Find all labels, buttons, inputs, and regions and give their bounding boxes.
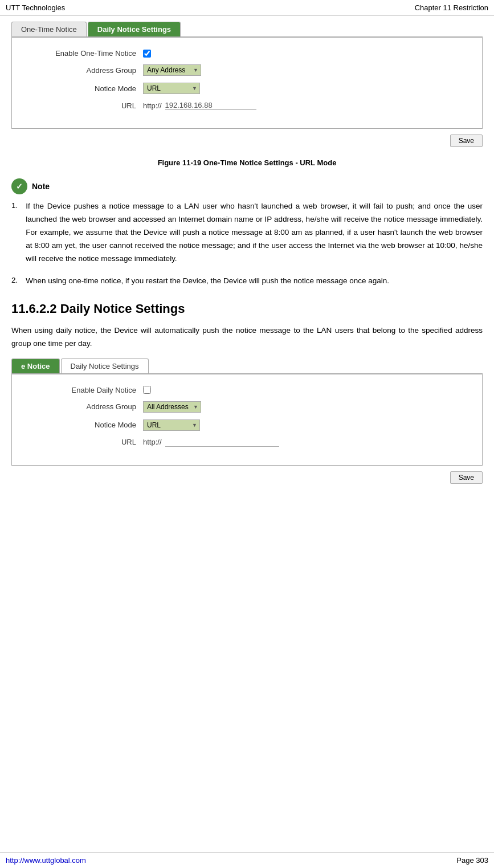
note-item-1-text: If the Device pushes a notice message to… xyxy=(26,200,483,266)
url-input-2[interactable] xyxy=(165,438,279,447)
address-group-select-wrapper-1[interactable]: Any Address All Addresses xyxy=(143,64,201,76)
url-row-1: URL http:// xyxy=(29,101,465,110)
tab2-daily-notice-settings[interactable]: Daily Notice Settings xyxy=(61,358,149,373)
notice-mode-control-1: URL HTML xyxy=(143,83,200,94)
enable-daily-checkbox[interactable] xyxy=(143,386,151,394)
footer-url[interactable]: http://www.uttglobal.com xyxy=(6,856,86,865)
url-control-1: http:// xyxy=(143,101,256,110)
enable-daily-row: Enable Daily Notice xyxy=(29,386,465,394)
address-group-row-2: Address Group Any Address All Addresses xyxy=(29,401,465,413)
save-btn-row-2: Save xyxy=(11,471,483,484)
url-prefix-1: http:// xyxy=(143,101,162,110)
url-label-2: URL xyxy=(29,438,143,446)
save-button-2[interactable]: Save xyxy=(450,471,483,484)
url-prefix-2: http:// xyxy=(143,438,162,446)
form-panel-2: Enable Daily Notice Address Group Any Ad… xyxy=(11,374,483,466)
enable-one-time-row: Enable One-Time Notice xyxy=(29,49,465,58)
address-group-control-2: Any Address All Addresses xyxy=(143,401,201,413)
tab2-one-time-notice[interactable]: e Notice xyxy=(11,358,60,373)
note-item-2: 2. When using one-time notice, if you re… xyxy=(11,275,483,288)
notice-mode-select-wrapper-1[interactable]: URL HTML xyxy=(143,83,200,94)
url-label-1: URL xyxy=(29,101,143,110)
note-item-1: 1. If the Device pushes a notice message… xyxy=(11,200,483,266)
section-intro: When using daily notice, the Device will… xyxy=(11,324,483,351)
address-group-select-1[interactable]: Any Address All Addresses xyxy=(143,64,201,76)
note-section: ✓ Note xyxy=(11,178,483,194)
url-input-1[interactable] xyxy=(165,101,256,110)
save-btn-row-1: Save xyxy=(11,135,483,147)
notice-mode-control-2: URL HTML xyxy=(143,419,200,431)
address-group-control-1: Any Address All Addresses xyxy=(143,64,201,76)
tab-bar-1: One-Time Notice Daily Notice Settings xyxy=(11,22,483,37)
enable-daily-control xyxy=(143,386,151,394)
note-item-2-text: When using one-time notice, if you resta… xyxy=(26,275,389,288)
main-content: One-Time Notice Daily Notice Settings En… xyxy=(0,16,494,518)
notice-mode-select-1[interactable]: URL HTML xyxy=(143,83,200,94)
address-group-select-wrapper-2[interactable]: Any Address All Addresses xyxy=(143,401,201,413)
section-heading: 11.6.2.2 Daily Notice Settings xyxy=(11,301,483,316)
form-panel-1: Enable One-Time Notice Address Group Any… xyxy=(11,37,483,129)
url-row-2: URL http:// xyxy=(29,438,465,447)
address-group-label-2: Address Group xyxy=(29,402,143,411)
enable-one-time-checkbox[interactable] xyxy=(143,50,151,58)
address-group-select-2[interactable]: Any Address All Addresses xyxy=(143,401,201,413)
header-right: Chapter 11 Restriction xyxy=(415,3,488,12)
enable-one-time-control xyxy=(143,50,151,58)
enable-daily-label: Enable Daily Notice xyxy=(29,386,143,394)
notice-mode-label-1: Notice Mode xyxy=(29,84,143,93)
note-item-1-num: 1. xyxy=(11,200,18,266)
address-group-label-1: Address Group xyxy=(29,66,143,75)
footer-page: Page 303 xyxy=(456,856,488,865)
save-button-1[interactable]: Save xyxy=(450,135,483,147)
notice-mode-label-2: Notice Mode xyxy=(29,421,143,429)
notice-mode-select-wrapper-2[interactable]: URL HTML xyxy=(143,419,200,431)
notice-mode-row-1: Notice Mode URL HTML xyxy=(29,83,465,94)
header-left: UTT Technologies xyxy=(6,3,65,12)
page-footer: http://www.uttglobal.com Page 303 xyxy=(0,852,494,868)
tab-daily-notice-settings[interactable]: Daily Notice Settings xyxy=(88,22,181,36)
note-label: Note xyxy=(32,178,50,194)
address-group-row-1: Address Group Any Address All Addresses xyxy=(29,64,465,76)
notice-mode-row-2: Notice Mode URL HTML xyxy=(29,419,465,431)
notice-mode-select-2[interactable]: URL HTML xyxy=(143,419,200,431)
tab-one-time-notice[interactable]: One-Time Notice xyxy=(11,22,87,36)
url-control-2: http:// xyxy=(143,438,279,447)
figure-caption: Figure 11-19 One-Time Notice Settings - … xyxy=(11,158,483,167)
note-item-2-num: 2. xyxy=(11,275,18,288)
page-header: UTT Technologies Chapter 11 Restriction xyxy=(0,0,494,16)
enable-one-time-label: Enable One-Time Notice xyxy=(29,49,143,58)
note-icon: ✓ xyxy=(11,178,27,194)
tab-bar-2: e Notice Daily Notice Settings xyxy=(11,358,483,374)
